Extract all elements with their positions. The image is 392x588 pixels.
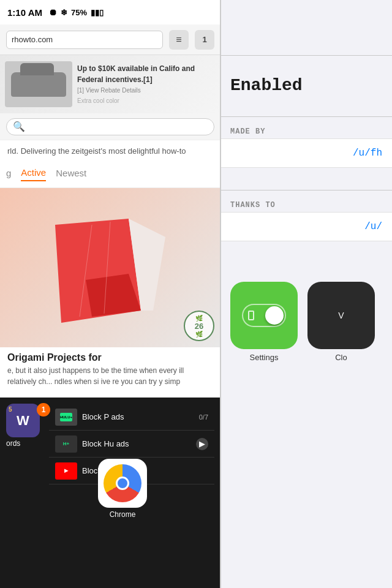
dark-app-letter: V [338,311,344,320]
badge-count: 1 [42,405,46,414]
bottom-apps-row: Settings V Clo [221,270,392,374]
chrome-circle [104,464,141,502]
taskbar-label-2: Block Hu ads [82,439,129,448]
settings-panel: ●●●●○ ▲ ‹ < Settings Full Enabled MADE B… [221,0,392,588]
chrome-app-label: Chrome [110,510,136,519]
toggle-line [248,311,254,320]
article-excerpt: e, but it also just happens to be the ti… [0,363,221,390]
ad-banner: Up to $10K available in Califo and Feder… [0,55,221,113]
tabs-bar[interactable]: g Active Newest [0,161,221,188]
chrome-inner-circle [116,477,129,490]
enabled-section: Enabled [221,61,392,110]
chrome-app-icon[interactable] [98,459,147,508]
award-badge: 🌿 26 🌿 [184,311,214,341]
hulu-badge: HULU+ [60,413,72,421]
battery-percent: 75% [71,8,87,17]
thumb-2: H+ [55,435,77,453]
notification-badge: 1 [37,403,50,417]
progress-badge-1: 0/7 [199,413,208,421]
battery-icon: ▮▮▯ [91,8,104,17]
settings-app-wrapper: Settings [230,282,298,362]
enabled-label: Enabled [230,76,303,95]
site-subtitle: rld. Delivering the zeitgeist's most del… [0,140,221,161]
made-by-header: MADE BY [221,123,392,138]
url-text: rhowto.com [12,35,53,44]
browser-nav-bar: rhowto.com ≡ 1 [0,24,221,55]
bluetooth-icon: ❄ [61,8,67,17]
taskbar-label-1: Block P ads [82,412,124,421]
browser-panel: 1:10 AM ⏺ ❄ 75% ▮▮▯ rhowto.com ≡ 1 Up to… [0,0,221,588]
dark-app-label: Clo [335,353,347,362]
menu-button[interactable]: ≡ [169,30,189,50]
hamburger-icon: ≡ [176,34,181,45]
ad-car-image [5,61,72,107]
play-button-2[interactable]: ▶ [196,438,208,450]
search-icon: 🔍 [13,121,25,132]
origami-heart-svg [43,200,178,335]
made-by-cell: /u/fh [221,138,392,168]
section-separator-1 [221,116,392,117]
dark-app-wrapper: V Clo [307,282,375,362]
site-tagline: rld. Delivering the zeitgeist's most del… [7,146,186,156]
article-image: 🌿 26 🌿 [0,188,221,347]
status-bar-left: 1:10 AM ⏺ ❄ 75% ▮▮▯ [0,0,221,24]
toggle-switch[interactable] [242,304,286,327]
thumb-1: HULU+ [55,409,77,426]
made-by-value: /u/fh [353,148,382,159]
nav-separator [221,55,392,56]
youtube-icon: ▶ [64,468,68,473]
words-app-icon[interactable]: 5 W [6,404,40,437]
words-app-label: ords [6,439,20,448]
taskbar-item-2[interactable]: H+ Block Hu ads ▶ [49,431,214,458]
made-by-section: MADE BY /u/fh [221,123,392,168]
hulu-plus-icon: H+ [63,441,69,447]
words-letter: W [17,413,29,429]
badge-number: 26 [195,322,203,331]
recorder-icon: ⏺ [48,7,57,17]
tab-newest[interactable]: Newest [56,168,86,181]
thanks-to-section: THANKS TO /u/ [221,196,392,241]
tabs-button[interactable]: 1 [195,30,214,50]
panel-divider [220,0,221,588]
url-bar[interactable]: rhowto.com [6,31,163,49]
taskbar-item-1[interactable]: HULU+ Block P ads 0/7 [49,404,214,431]
chrome-app-wrapper: Chrome [98,459,147,519]
time-display: 1:10 AM [7,7,42,18]
search-bar: 🔍 [0,113,221,140]
toggle-thumb [265,306,284,325]
tabs-icon: 1 [202,35,206,44]
settings-app-icon[interactable] [230,282,298,349]
thanks-to-value: /u/ [364,221,382,232]
thumb-3: ▶ [55,462,77,480]
thanks-to-header: THANKS TO [221,196,392,212]
ad-text-content: Up to $10K available in Califo and Feder… [77,63,216,105]
thanks-to-cell: /u/ [221,212,392,241]
tab-active[interactable]: Active [21,167,46,181]
section-separator-2 [221,190,392,190]
dark-app-icon[interactable]: V [307,282,375,349]
settings-app-label: Settings [250,353,279,362]
taskbar: 1 5 W ords HULU+ Block P ads 0/7 H+ Blo [0,398,221,588]
tab-g[interactable]: g [6,168,11,181]
